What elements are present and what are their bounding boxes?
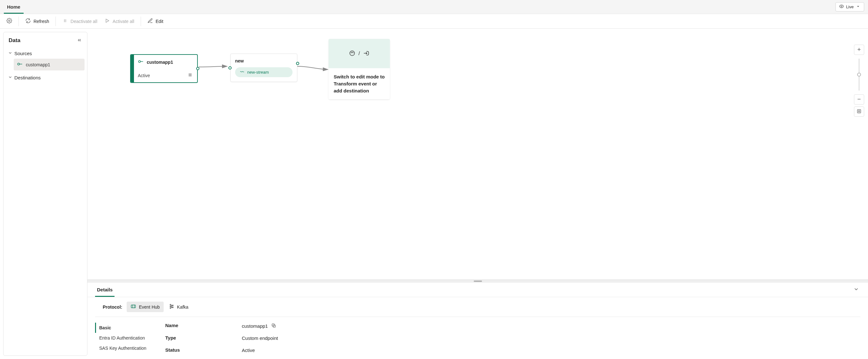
- placeholder-header: /: [329, 39, 390, 68]
- svg-point-21: [170, 304, 171, 305]
- destination-placeholder-node[interactable]: / Switch to edit mode to Transform event…: [329, 39, 390, 99]
- details-fields: Name customapp1 Type Custom endpoint: [165, 323, 278, 353]
- chevron-double-left-icon: [77, 39, 82, 44]
- details-splitter[interactable]: [87, 280, 868, 282]
- svg-point-25: [172, 307, 173, 308]
- topology-canvas[interactable]: customapp1 Active new: [87, 29, 868, 280]
- sources-group: Sources customapp1: [6, 48, 85, 70]
- svg-point-24: [172, 305, 173, 306]
- side-panel-title: Data: [9, 37, 21, 44]
- stream-node[interactable]: new new-stream: [230, 54, 297, 82]
- stream-name-label: new-stream: [247, 70, 269, 75]
- svg-rect-18: [131, 305, 136, 308]
- svg-point-23: [170, 308, 171, 308]
- live-mode-label: Live: [846, 4, 854, 9]
- source-item-customapp1[interactable]: customapp1: [14, 59, 85, 70]
- destinations-group-label: Destinations: [14, 75, 41, 80]
- deactivate-all-label: Deactivate all: [70, 19, 97, 24]
- field-name-value: customapp1: [242, 323, 268, 329]
- field-status-value: Active: [242, 348, 255, 353]
- tab-home[interactable]: Home: [4, 0, 24, 14]
- pause-icon: [62, 18, 68, 25]
- activate-all-label: Activate all: [113, 19, 134, 24]
- source-node-status: Active: [138, 73, 150, 78]
- zoom-slider-thumb[interactable]: [857, 73, 861, 76]
- chevron-down-icon: [853, 288, 859, 293]
- protocol-kafka-label: Kafka: [177, 304, 189, 309]
- fit-icon: [857, 109, 862, 115]
- protocol-kafka-button[interactable]: Kafka: [165, 302, 192, 312]
- details-section-basic-label: Basic: [99, 325, 111, 330]
- zoom-in-button[interactable]: [854, 45, 864, 55]
- refresh-icon: [25, 18, 31, 25]
- svg-rect-17: [859, 111, 860, 112]
- zoom-slider[interactable]: [859, 59, 859, 91]
- edit-button[interactable]: Edit: [144, 16, 166, 27]
- protocol-label: Protocol:: [103, 304, 122, 309]
- chevron-down-icon: [8, 51, 12, 56]
- details-section-basic[interactable]: Basic: [95, 323, 153, 333]
- svg-point-1: [9, 20, 10, 22]
- stream-icon: [240, 69, 245, 75]
- field-type-label: Type: [165, 335, 242, 341]
- svg-point-22: [170, 306, 171, 307]
- stream-pill[interactable]: new-stream: [235, 67, 292, 77]
- copy-name-button[interactable]: [271, 323, 276, 329]
- deactivate-all-button[interactable]: Deactivate all: [59, 16, 100, 27]
- zoom-out-button[interactable]: [854, 94, 864, 105]
- protocol-eventhub-label: Event Hub: [139, 304, 159, 309]
- svg-point-0: [841, 6, 842, 7]
- details-tab[interactable]: Details: [95, 283, 115, 297]
- minus-icon: [857, 97, 862, 103]
- details-panel: Details Protocol: Event Hub: [87, 282, 868, 359]
- settings-button[interactable]: [3, 16, 15, 27]
- output-port[interactable]: [196, 67, 199, 70]
- copy-icon: [271, 323, 276, 329]
- protocol-row: Protocol: Event Hub Kafka: [95, 297, 860, 317]
- field-status-label: Status: [165, 347, 242, 353]
- activate-all-button[interactable]: Activate all: [101, 16, 137, 27]
- canvas-controls: [854, 45, 864, 117]
- edit-label: Edit: [156, 19, 163, 24]
- details-section-sas[interactable]: SAS Key Authentication: [95, 343, 153, 353]
- destinations-group: Destinations: [6, 72, 85, 83]
- transform-icon: [349, 50, 355, 57]
- separator-label: /: [359, 51, 360, 57]
- live-mode-dropdown[interactable]: Live: [835, 2, 864, 11]
- plus-icon: [857, 47, 862, 53]
- collapse-details-button[interactable]: [852, 285, 860, 294]
- collapse-side-panel-button[interactable]: [77, 38, 82, 44]
- sources-group-header[interactable]: Sources: [6, 48, 85, 59]
- placeholder-text: Switch to edit mode to Transform event o…: [329, 68, 390, 99]
- app-tabbar: Home Live: [0, 0, 868, 14]
- details-sidebar: Basic Entra ID Authentication SAS Key Au…: [95, 323, 153, 353]
- refresh-button[interactable]: Refresh: [22, 16, 52, 27]
- pencil-icon: [147, 18, 153, 25]
- field-type-value: Custom endpoint: [242, 335, 278, 341]
- chevron-down-icon: [856, 4, 861, 10]
- tab-home-label: Home: [7, 4, 21, 9]
- output-destination-icon: [363, 50, 369, 57]
- svg-point-5: [18, 63, 20, 65]
- connection-wires: [87, 29, 868, 280]
- menu-icon[interactable]: [188, 72, 193, 78]
- source-node[interactable]: customapp1 Active: [130, 54, 198, 83]
- input-port[interactable]: [228, 66, 231, 69]
- splitter-handle: [474, 281, 482, 282]
- sources-group-label: Sources: [14, 51, 32, 56]
- gear-icon: [6, 18, 12, 25]
- data-side-panel: Data Sources customapp1: [3, 32, 87, 356]
- source-item-label: customapp1: [26, 62, 50, 67]
- details-section-entra-label: Entra ID Authentication: [99, 335, 145, 340]
- svg-marker-4: [106, 19, 109, 23]
- svg-point-12: [350, 51, 354, 56]
- details-section-entra[interactable]: Entra ID Authentication: [95, 333, 153, 343]
- destinations-group-header[interactable]: Destinations: [6, 72, 85, 83]
- field-name-label: Name: [165, 323, 242, 329]
- fit-to-screen-button[interactable]: [854, 106, 864, 117]
- details-section-sas-label: SAS Key Authentication: [99, 346, 147, 351]
- details-tab-label: Details: [97, 287, 113, 292]
- protocol-eventhub-button[interactable]: Event Hub: [127, 302, 163, 312]
- command-toolbar: Refresh Deactivate all Activate all Edit: [0, 14, 868, 29]
- output-port[interactable]: [296, 62, 299, 65]
